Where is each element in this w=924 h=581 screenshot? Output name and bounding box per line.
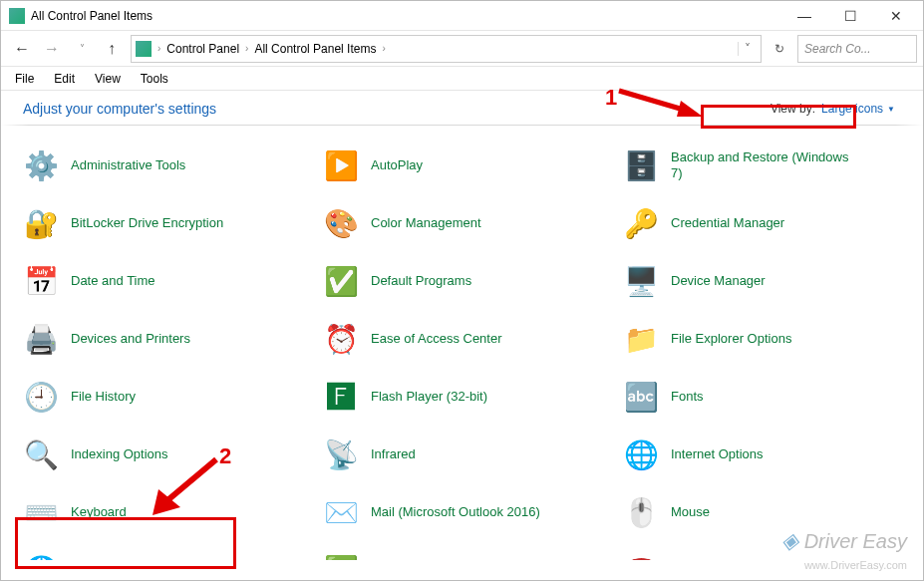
sub-header: Adjust your computer's settings View by:…: [1, 91, 923, 119]
minimize-button[interactable]: —: [781, 1, 827, 31]
control-panel-grid: ⚙️Administrative Tools▶️AutoPlay🗄️Backup…: [19, 144, 913, 560]
menu-file[interactable]: File: [5, 72, 44, 86]
cp-item-label: File Explorer Options: [671, 331, 791, 347]
keyboard-icon: ⌨️: [23, 494, 59, 530]
cp-item-label: Internet Options: [671, 446, 764, 462]
address-dropdown-button[interactable]: ˅: [738, 42, 757, 56]
breadcrumb-control-panel[interactable]: Control Panel: [162, 42, 243, 56]
chevron-down-icon: ▼: [887, 105, 895, 114]
internet-options-icon: 🌐: [623, 436, 659, 472]
devices-and-printers-icon: 🖨️: [23, 321, 59, 357]
cp-item-label: AutoPlay: [371, 157, 423, 173]
cp-item-label: Mail (Microsoft Outlook 2016): [371, 504, 540, 520]
cp-item-label: Keyboard: [71, 504, 127, 520]
menu-tools[interactable]: Tools: [131, 72, 178, 86]
cp-item-fonts[interactable]: 🔤Fonts: [619, 375, 913, 419]
cp-item-color-management[interactable]: 🎨Color Management: [319, 201, 613, 245]
cp-item-keyboard[interactable]: ⌨️Keyboard: [19, 490, 313, 534]
title-bar: All Control Panel Items — ☐ ✕: [1, 1, 923, 31]
cp-item-indexing-options[interactable]: 🔍Indexing Options: [19, 433, 313, 476]
cp-item-label: Backup and Restore (Windows 7): [671, 149, 860, 182]
close-button[interactable]: ✕: [873, 1, 919, 31]
cp-item-flash-player-32-bit[interactable]: 🅵Flash Player (32-bit): [319, 375, 613, 419]
cp-item-devices-and-printers[interactable]: 🖨️Devices and Printers: [19, 317, 313, 361]
cp-item-backup-and-restore-windows-7[interactable]: 🗄️Backup and Restore (Windows 7): [619, 144, 913, 187]
up-button[interactable]: ↑: [97, 34, 127, 64]
maximize-button[interactable]: ☐: [827, 1, 873, 31]
search-input[interactable]: Search Co...: [797, 35, 917, 63]
content-area: ⚙️Administrative Tools▶️AutoPlay🗄️Backup…: [1, 126, 923, 560]
default-programs-icon: ✅: [323, 263, 359, 299]
administrative-tools-icon: ⚙️: [23, 147, 59, 183]
cp-item-label: Devices and Printers: [71, 331, 190, 347]
window-title: All Control Panel Items: [31, 9, 781, 23]
file-explorer-options-icon: 📁: [623, 321, 659, 357]
menu-edit[interactable]: Edit: [44, 72, 85, 86]
cp-item-label: Flash Player (32-bit): [371, 389, 487, 405]
forward-button[interactable]: →: [37, 34, 67, 64]
cp-item-mouse[interactable]: 🖱️Mouse: [619, 490, 913, 534]
cp-item-label: File History: [71, 389, 136, 405]
color-management-icon: 🎨: [323, 205, 359, 241]
cp-item-label: Color Management: [371, 215, 481, 231]
recent-locations-button[interactable]: ˅: [67, 34, 97, 64]
nvidia-control-panel-icon: 🟩: [323, 552, 359, 560]
indexing-options-icon: 🔍: [23, 436, 59, 472]
control-panel-icon: [9, 8, 25, 24]
nav-bar: ← → ˅ ↑ › Control Panel › All Control Pa…: [1, 31, 923, 67]
cp-item-label: Ease of Access Center: [371, 331, 502, 347]
cp-item-label: Mouse: [671, 504, 710, 520]
cp-item-date-and-time[interactable]: 📅Date and Time: [19, 259, 313, 303]
view-by-label: View by:: [770, 102, 815, 116]
view-by-selector[interactable]: View by: Large icons ▼: [765, 101, 901, 117]
page-heading: Adjust your computer's settings: [23, 101, 765, 117]
refresh-button[interactable]: ↻: [766, 35, 793, 63]
cp-item-label: Credential Manager: [671, 215, 784, 231]
autoplay-icon: ▶️: [323, 147, 359, 183]
address-bar[interactable]: › Control Panel › All Control Panel Item…: [131, 35, 762, 63]
cp-item-autoplay[interactable]: ▶️AutoPlay: [319, 144, 613, 187]
cp-item-label: Fonts: [671, 389, 704, 405]
cp-item-file-explorer-options[interactable]: 📁File Explorer Options: [619, 317, 913, 361]
backup-and-restore-windows-7-icon: 🗄️: [623, 147, 659, 183]
cp-item-file-history[interactable]: 🕘File History: [19, 375, 313, 419]
breadcrumb-sep[interactable]: ›: [243, 43, 250, 54]
breadcrumb-sep[interactable]: ›: [380, 43, 387, 54]
cp-item-internet-options[interactable]: 🌐Internet Options: [619, 433, 913, 476]
breadcrumb-sep[interactable]: ›: [155, 43, 162, 54]
cp-item-mail-microsoft-outlook-2016[interactable]: ✉️Mail (Microsoft Outlook 2016): [319, 490, 613, 534]
search-placeholder: Search Co...: [804, 42, 871, 56]
menu-bar: File Edit View Tools: [1, 67, 923, 91]
fonts-icon: 🔤: [623, 379, 659, 415]
date-and-time-icon: 📅: [23, 263, 59, 299]
cp-item-label: Date and Time: [71, 273, 155, 289]
bitlocker-drive-encryption-icon: 🔐: [23, 205, 59, 241]
infrared-icon: 📡: [323, 436, 359, 472]
cp-item-network-and-sharing-center[interactable]: 🌐Network and Sharing Center: [19, 548, 313, 560]
breadcrumb-all-items[interactable]: All Control Panel Items: [250, 42, 380, 56]
cp-item-default-programs[interactable]: ✅Default Programs: [319, 259, 613, 303]
cp-item-label: BitLocker Drive Encryption: [71, 215, 223, 231]
cp-item-administrative-tools[interactable]: ⚙️Administrative Tools: [19, 144, 313, 187]
view-by-value: Large icons: [821, 102, 883, 116]
cp-item-nvidia-control-panel[interactable]: 🟩NVIDIA Control Panel: [319, 548, 613, 560]
mouse-icon: 🖱️: [623, 494, 659, 530]
back-button[interactable]: ←: [7, 34, 37, 64]
cp-item-phone-and-modem[interactable]: ☎️Phone and Modem: [619, 548, 913, 560]
cp-item-device-manager[interactable]: 🖥️Device Manager: [619, 259, 913, 303]
cp-item-label: Indexing Options: [71, 446, 168, 462]
cp-item-infrared[interactable]: 📡Infrared: [319, 433, 613, 476]
file-history-icon: 🕘: [23, 379, 59, 415]
cp-item-ease-of-access-center[interactable]: ⏰Ease of Access Center: [319, 317, 613, 361]
credential-manager-icon: 🔑: [623, 205, 659, 241]
cp-item-credential-manager[interactable]: 🔑Credential Manager: [619, 201, 913, 245]
network-and-sharing-center-icon: 🌐: [23, 552, 59, 560]
mail-microsoft-outlook-2016-icon: ✉️: [323, 494, 359, 530]
menu-view[interactable]: View: [85, 72, 131, 86]
cp-item-bitlocker-drive-encryption[interactable]: 🔐BitLocker Drive Encryption: [19, 201, 313, 245]
ease-of-access-center-icon: ⏰: [323, 321, 359, 357]
flash-player-32-bit-icon: 🅵: [323, 379, 359, 415]
phone-and-modem-icon: ☎️: [623, 552, 659, 560]
cp-item-label: Default Programs: [371, 273, 471, 289]
address-bar-icon: [136, 41, 152, 57]
